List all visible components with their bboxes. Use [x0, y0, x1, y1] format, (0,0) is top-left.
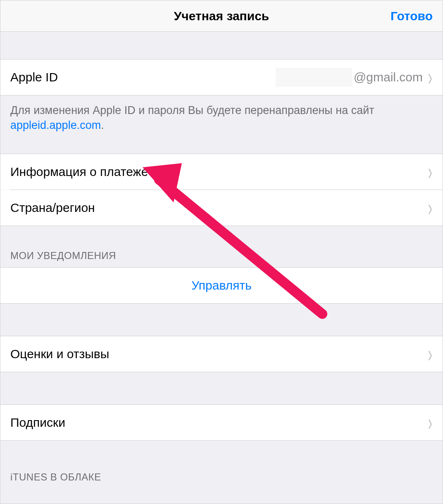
- manage-button[interactable]: Управлять: [0, 268, 443, 303]
- ratings-reviews-row[interactable]: Оценки и отзывы ›: [0, 336, 443, 372]
- spacer: [0, 32, 443, 59]
- apple-id-value: @gmail.com: [276, 68, 423, 87]
- subscriptions-row[interactable]: Подписки ›: [0, 405, 443, 440]
- footer-text-suffix: .: [101, 119, 104, 131]
- chevron-right-icon: ›: [428, 411, 433, 435]
- country-region-row[interactable]: Страна/регион ›: [0, 190, 443, 226]
- appleid-link[interactable]: appleid.apple.com: [10, 119, 101, 131]
- done-button[interactable]: Готово: [391, 9, 433, 23]
- payment-info-row[interactable]: Информация о платеже ›: [0, 154, 443, 190]
- apple-id-value-wrap: @gmail.com ›: [276, 68, 433, 87]
- spacer: [0, 372, 443, 404]
- apple-id-suffix: @gmail.com: [354, 70, 423, 84]
- apple-id-footer: Для изменения Apple ID и пароля Вы будет…: [0, 95, 443, 140]
- spacer: [0, 140, 443, 154]
- country-region-label: Страна/регион: [10, 201, 95, 215]
- chevron-right-icon: ›: [428, 342, 433, 366]
- redacted-block: [276, 68, 352, 87]
- apple-id-label: Apple ID: [10, 70, 58, 84]
- chevron-right-icon: ›: [428, 65, 433, 89]
- footer-text-prefix: Для изменения Apple ID и пароля Вы будет…: [10, 104, 374, 116]
- subscriptions-label: Подписки: [10, 416, 65, 430]
- spacer: [0, 304, 443, 336]
- modal-header: Учетная запись Готово: [0, 0, 443, 32]
- chevron-right-icon: ›: [428, 160, 433, 184]
- payment-info-label: Информация о платеже: [10, 165, 148, 179]
- apple-id-row[interactable]: Apple ID @gmail.com ›: [0, 59, 443, 95]
- ratings-reviews-label: Оценки и отзывы: [10, 347, 109, 361]
- page-title: Учетная запись: [174, 9, 269, 23]
- chevron-right-icon: ›: [428, 196, 433, 220]
- section-header-notifications: МОИ УВЕДОМЛЕНИЯ: [0, 226, 443, 267]
- section-header-itunes-cloud: iTUNES В ОБЛАКЕ: [0, 441, 443, 489]
